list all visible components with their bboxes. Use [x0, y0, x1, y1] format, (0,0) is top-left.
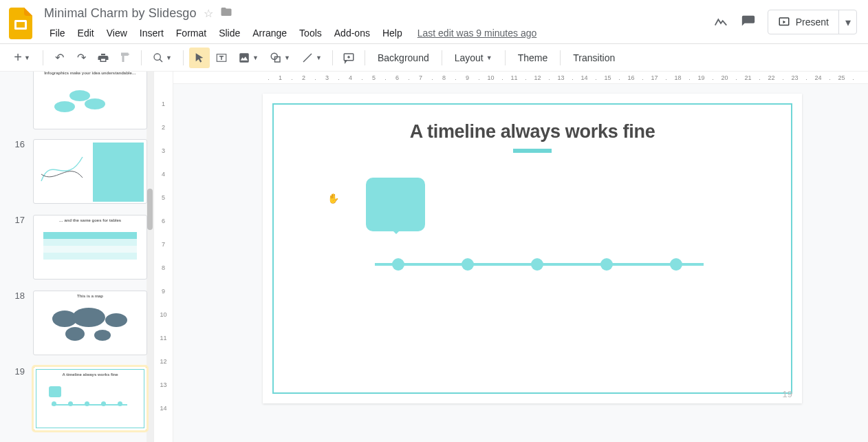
slide-canvas[interactable]: A timeline always works fine ✋ 19 [263, 94, 802, 403]
slide-panel[interactable]: Infographics make your idea understandab… [0, 72, 154, 442]
toolbar: +▼ ↶ ↷ ▼ ▼ ▼ ▼ Background Layout▼ Theme … [0, 44, 868, 72]
cursor-icon: ✋ [327, 193, 339, 204]
transition-button[interactable]: Transition [566, 48, 622, 68]
slide-thumb-15[interactable]: Infographics make your idea understandab… [33, 72, 147, 129]
zoom-button[interactable]: ▼ [147, 48, 177, 68]
svg-point-12 [94, 330, 111, 341]
svg-rect-1 [17, 22, 25, 28]
menu-bar: File Edit View Insert Format Slide Arran… [44, 23, 713, 43]
document-title[interactable]: Minimal Charm by Slidesgo [44, 6, 197, 21]
textbox-tool[interactable] [211, 48, 232, 68]
menu-edit[interactable]: Edit [72, 25, 100, 41]
horizontal-ruler: .1.2.3.4.5.6.7.8.9.10.11.12.13.14.15.16.… [173, 72, 868, 84]
layout-button[interactable]: Layout▼ [448, 48, 499, 68]
thumb-number-19: 19 [8, 366, 25, 377]
undo-button[interactable]: ↶ [49, 48, 69, 68]
menu-format[interactable]: Format [171, 25, 212, 41]
menu-insert[interactable]: Insert [134, 25, 169, 41]
app-header: Minimal Charm by Slidesgo ☆ File Edit Vi… [0, 0, 868, 44]
timeline-dot-3[interactable] [531, 258, 543, 271]
thumb-number-16: 16 [8, 139, 25, 149]
slides-logo [7, 6, 34, 41]
canvas[interactable]: .1.2.3.4.5.6.7.8.9.10.11.12.13.14.15.16.… [173, 72, 868, 442]
slide-number: 19 [783, 389, 792, 399]
comments-icon[interactable] [740, 14, 757, 30]
image-tool[interactable]: ▼ [233, 48, 263, 68]
scrollbar[interactable] [147, 72, 153, 442]
slide-title[interactable]: A timeline always works fine [263, 121, 802, 143]
activity-icon[interactable] [713, 14, 729, 30]
scrollbar-thumb[interactable] [147, 189, 153, 230]
svg-point-9 [72, 308, 105, 327]
theme-button[interactable]: Theme [511, 48, 555, 68]
slide-border-shape[interactable] [272, 103, 792, 394]
title-underline-shape[interactable] [513, 149, 552, 153]
select-tool[interactable] [189, 48, 210, 68]
menu-help[interactable]: Help [377, 25, 408, 41]
timeline-dot-5[interactable] [670, 258, 682, 271]
shape-tool[interactable]: ▼ [265, 48, 295, 68]
vertical-ruler: 1 2 3 4 5 6 7 8 9 10 11 12 13 14 [154, 72, 173, 442]
last-edit-link[interactable]: Last edit was 9 minutes ago [417, 28, 537, 39]
svg-point-10 [105, 313, 127, 327]
print-button[interactable] [93, 48, 113, 68]
present-button[interactable]: Present [768, 10, 838, 34]
menu-file[interactable]: File [44, 25, 71, 41]
slide-thumb-16[interactable] [33, 139, 147, 204]
slide-thumb-17[interactable]: … and the same goes for tables [33, 215, 147, 280]
present-button-group: Present ▾ [768, 10, 857, 34]
folder-icon[interactable] [220, 6, 232, 21]
redo-button[interactable]: ↷ [71, 48, 91, 68]
thumb-number-18: 18 [8, 291, 25, 301]
menu-slide[interactable]: Slide [213, 25, 246, 41]
timeline-line[interactable] [375, 263, 704, 266]
callout-shape[interactable] [366, 178, 425, 231]
comment-tool[interactable] [338, 48, 359, 68]
present-dropdown[interactable]: ▾ [838, 10, 856, 34]
menu-addons[interactable]: Add-ons [329, 25, 376, 41]
line-tool[interactable]: ▼ [296, 48, 327, 68]
star-icon[interactable]: ☆ [204, 7, 213, 20]
timeline-dot-4[interactable] [600, 258, 613, 271]
svg-point-11 [65, 327, 85, 341]
timeline-dot-2[interactable] [462, 258, 474, 271]
menu-arrange[interactable]: Arrange [247, 25, 292, 41]
main-area: Infographics make your idea understandab… [0, 72, 868, 442]
slide-thumb-18[interactable]: This is a map [33, 291, 147, 355]
background-button[interactable]: Background [371, 48, 436, 68]
menu-view[interactable]: View [101, 25, 133, 41]
paint-format-button[interactable] [115, 48, 135, 68]
slide-thumb-19[interactable]: A timeline always works fine [33, 366, 147, 431]
new-slide-button[interactable]: +▼ [7, 48, 37, 68]
present-label: Present [796, 17, 829, 28]
menu-tools[interactable]: Tools [294, 25, 327, 41]
timeline-dot-1[interactable] [392, 258, 404, 271]
svg-point-3 [154, 54, 160, 60]
thumb-number-17: 17 [8, 215, 25, 225]
